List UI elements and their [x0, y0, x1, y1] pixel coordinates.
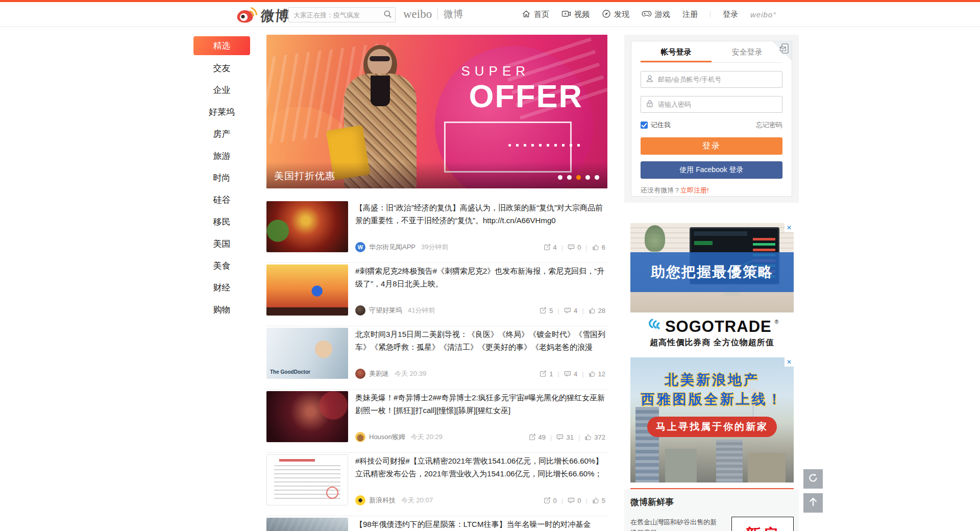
- weibo-eye-icon: [236, 6, 258, 26]
- refresh-button[interactable]: [803, 469, 823, 489]
- like-stat[interactable]: 372: [584, 433, 605, 441]
- sidebar-item-business[interactable]: 企业: [193, 79, 250, 101]
- login-link[interactable]: 登录: [723, 10, 738, 19]
- plant-decor: [645, 225, 665, 252]
- post-thumbnail-financial-report[interactable]: [266, 454, 348, 505]
- share-stat[interactable]: 1: [540, 370, 553, 378]
- nav-video[interactable]: 视频: [561, 9, 590, 20]
- promo-carousel[interactable]: SUPER OFFER 美国打折优惠: [266, 35, 607, 188]
- author-avatar[interactable]: [355, 305, 365, 316]
- sidebar-item-realestate[interactable]: 房产: [193, 123, 250, 145]
- sogotrade-tagline: 超高性價比券商 全方位物超所值: [650, 337, 774, 348]
- post-thumbnail-mountain[interactable]: [266, 518, 348, 531]
- post-text[interactable]: #刺猬索尼克2终极预告#《刺猬索尼克2》也发布新海报，索尼克回归，“升级了”，4…: [355, 264, 607, 290]
- sogotrade-wave-icon: [646, 318, 662, 336]
- like-stat[interactable]: 5: [592, 497, 605, 504]
- ad-sina-realestate[interactable]: ✕ 北美新浪地产 西雅图版全新上线！ 马上寻找属于你的新家: [630, 357, 794, 482]
- author-avatar[interactable]: [355, 369, 365, 379]
- carousel-dot-4[interactable]: [585, 175, 590, 180]
- weibo-logo[interactable]: 微博: [236, 6, 289, 26]
- account-field[interactable]: [641, 71, 782, 88]
- nav-discover[interactable]: 发现: [602, 9, 629, 20]
- account-input[interactable]: [658, 76, 777, 83]
- nav-games[interactable]: 游戏: [642, 9, 670, 20]
- ad-close-icon[interactable]: ✕: [785, 357, 794, 367]
- sidebar-item-siliconvalley[interactable]: 硅谷: [193, 189, 250, 211]
- forgot-password-link[interactable]: 忘记密码: [756, 120, 782, 130]
- post-text[interactable]: 【98年俄债违约下的巨星陨落：LTCM往事】当年名噪一时的对冲基金LTCM跌: [355, 518, 607, 531]
- share-stat[interactable]: 0: [544, 497, 557, 504]
- fresh-item[interactable]: 在舊金山灣區和矽谷出售的新建築房屋 新房: [630, 517, 794, 531]
- comment-stat[interactable]: 31: [556, 433, 573, 441]
- back-to-top-button[interactable]: [803, 493, 823, 513]
- sidebar-item-travel[interactable]: 旅游: [193, 145, 250, 167]
- sidebar-item-hollywood[interactable]: 好莱坞: [193, 101, 250, 123]
- sidebar-item-fashion[interactable]: 时尚: [193, 167, 250, 189]
- carousel-dot-1[interactable]: [558, 175, 562, 180]
- carousel-dot-3-active[interactable]: [576, 175, 581, 180]
- post-thumbnail-sonic[interactable]: [266, 264, 348, 316]
- sidebar-item-usa[interactable]: 美国: [193, 233, 250, 255]
- search-input[interactable]: [293, 11, 383, 19]
- post-time: 今天 20:07: [401, 496, 433, 505]
- remember-row: 记住我 忘记密码: [641, 120, 782, 130]
- post-thumbnail-ironman[interactable]: [266, 201, 348, 252]
- author-name[interactable]: 美剧迷: [369, 369, 389, 378]
- password-input[interactable]: [658, 101, 777, 108]
- post-text[interactable]: 奥妹美爆！#奇异博士2##奇异博士2:疯狂多元宇宙#曝光黑化的猩红女巫新剧照一枚…: [355, 391, 607, 417]
- carousel-dot-2[interactable]: [567, 175, 572, 180]
- post-text[interactable]: 北京时间3月15日周二美剧导视：《良医》《终局》《镀金时代》《雪国列车》《紧急呼…: [355, 328, 607, 353]
- floating-toolbar: [803, 469, 823, 513]
- comment-stat[interactable]: 4: [564, 307, 577, 315]
- author-avatar[interactable]: W: [355, 242, 365, 252]
- password-field[interactable]: [641, 96, 782, 113]
- ad-banner-strip: 助您把握最優策略: [630, 252, 794, 292]
- fresh-item-text[interactable]: 在舊金山灣區和矽谷出售的新建築房屋: [630, 517, 722, 531]
- author-name[interactable]: 守望好莱坞: [369, 306, 402, 315]
- sidebar-item-food[interactable]: 美食: [193, 255, 250, 277]
- author-avatar[interactable]: [355, 432, 365, 442]
- comment-stat[interactable]: 4: [564, 370, 577, 378]
- sidebar-item-dating[interactable]: 交友: [193, 57, 250, 79]
- comment-stat[interactable]: 0: [568, 244, 581, 251]
- ad-close-icon[interactable]: ✕: [785, 223, 794, 232]
- share-stat[interactable]: 49: [529, 433, 546, 441]
- sidebar-item-shopping[interactable]: 购物: [193, 299, 250, 321]
- like-stat[interactable]: 12: [589, 370, 605, 378]
- login-button[interactable]: 登录: [641, 137, 782, 155]
- register-link[interactable]: 注册: [682, 10, 698, 19]
- like-stat[interactable]: 6: [592, 244, 605, 251]
- gamepad-icon: [642, 9, 652, 20]
- share-stat[interactable]: 4: [544, 244, 557, 251]
- register-now-link[interactable]: 立即注册!: [680, 186, 709, 194]
- sidebar-item-finance[interactable]: 财经: [193, 277, 250, 299]
- author-name[interactable]: 华尔街见闻APP: [369, 243, 415, 252]
- post-thumbnail-scarletwitch[interactable]: [266, 391, 348, 442]
- author-avatar[interactable]: [355, 495, 365, 505]
- ad-sogotrade[interactable]: ✕ 助您把握最優策略 SOGOTRADE ® 超高性價比券商 全方位物超所值: [630, 223, 794, 354]
- search-icon[interactable]: [383, 10, 392, 20]
- search-box[interactable]: [288, 7, 396, 22]
- author-name[interactable]: Houson猴姆: [369, 432, 405, 442]
- banner-offer-text: OFFER: [469, 78, 583, 114]
- post-text[interactable]: 【高盛：旧“政治”经济的复仇】高盛认为，旧政策的新“复仇”对大宗商品前景的重要性…: [355, 201, 607, 227]
- ad-cta-button[interactable]: 马上寻找属于你的新家: [647, 417, 777, 437]
- comment-stat[interactable]: 0: [568, 497, 581, 504]
- post-thumbnail-gooddoctor[interactable]: The GoodDoctor: [266, 328, 348, 379]
- like-stat[interactable]: 28: [589, 307, 605, 315]
- remember-label: 记住我: [651, 120, 671, 130]
- tab-account-login[interactable]: 帐号登录: [641, 41, 712, 62]
- facebook-login-button[interactable]: 使用 Facebook 登录: [641, 161, 782, 179]
- post-text[interactable]: #科技公司财报#【立讯精密2021年营收1541.06亿元，同比增长66.60%…: [355, 454, 607, 480]
- fresh-item-thumbnail[interactable]: 新房: [731, 517, 794, 531]
- sidebar-item-immigration[interactable]: 移民: [193, 211, 250, 233]
- weibo-fresh-section: 微博新鲜事 在舊金山灣區和矽谷出售的新建築房屋 新房: [630, 496, 794, 531]
- qr-login-corner[interactable]: [772, 41, 792, 61]
- nav-home[interactable]: 首页: [522, 9, 549, 20]
- remember-checkbox-checked[interactable]: [641, 122, 648, 129]
- sidebar-item-featured[interactable]: 精选: [193, 36, 250, 55]
- top-accent-bar: [0, 0, 980, 2]
- carousel-dot-5[interactable]: [595, 175, 599, 180]
- share-stat[interactable]: 5: [540, 307, 553, 315]
- author-name[interactable]: 新浪科技: [369, 496, 396, 505]
